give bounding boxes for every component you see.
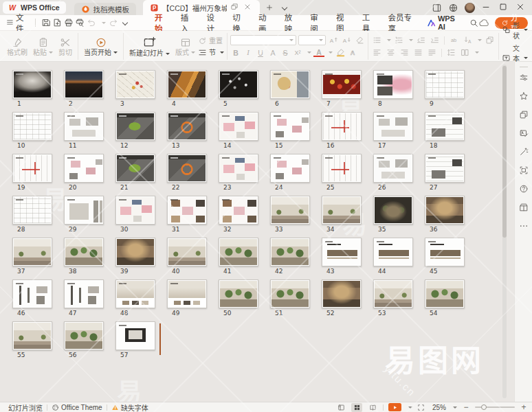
slide-image[interactable] xyxy=(322,112,362,141)
slide-thumbnail[interactable]: 11 xyxy=(64,112,104,149)
slide-image[interactable] xyxy=(322,238,362,266)
slide-image[interactable] xyxy=(425,70,465,99)
slide-image[interactable] xyxy=(115,238,155,266)
tab-docer-template[interactable]: 找稻壳模板 xyxy=(74,3,137,15)
slide-image[interactable] xyxy=(167,70,207,99)
slide-thumbnail[interactable]: 22 xyxy=(167,154,207,191)
slide-thumbnail[interactable]: 49 xyxy=(167,279,207,317)
slide-image[interactable] xyxy=(270,196,310,225)
bullets-button[interactable] xyxy=(371,35,383,45)
wand-icon[interactable] xyxy=(518,146,530,158)
undo-button[interactable] xyxy=(85,17,96,29)
scrollbar-thumb[interactable] xyxy=(502,66,507,238)
slide-image[interactable] xyxy=(64,70,104,99)
slide-thumbnail[interactable]: 17 xyxy=(373,112,413,149)
slide-image[interactable] xyxy=(219,112,258,141)
slide-image[interactable] xyxy=(64,154,104,183)
slide-thumbnail[interactable]: 10 xyxy=(12,112,52,149)
zoom-in-button[interactable]: + xyxy=(520,404,528,411)
slide-image[interactable] xyxy=(12,112,52,141)
slide-image[interactable] xyxy=(373,112,413,141)
slide-image[interactable] xyxy=(167,196,207,225)
search-icon[interactable] xyxy=(469,19,478,27)
new-slide-button[interactable]: 新建幻灯片 xyxy=(126,36,173,57)
slide-thumbnail[interactable]: 25 xyxy=(322,154,362,191)
slide-thumbnail[interactable]: 2 xyxy=(64,70,104,107)
print-button[interactable] xyxy=(63,17,74,29)
slide-image[interactable] xyxy=(270,112,310,141)
quickbar-more-button[interactable] xyxy=(120,17,131,29)
zoom-caret[interactable] xyxy=(453,407,457,409)
slide-image[interactable] xyxy=(219,154,258,183)
font-color-button[interactable]: A xyxy=(313,48,324,57)
theme-button[interactable]: Office Theme xyxy=(47,404,107,411)
phonetic-guide-button[interactable]: ab xyxy=(448,35,460,45)
slide-image[interactable] xyxy=(322,279,362,308)
slide-thumbnail[interactable]: 24 xyxy=(270,154,310,191)
zoom-out-button[interactable]: − xyxy=(462,404,470,411)
slide-image[interactable] xyxy=(64,196,104,225)
slide-thumbnail[interactable]: 19 xyxy=(12,154,52,191)
slide-thumbnail[interactable]: 7 xyxy=(322,70,362,107)
align-right-button[interactable] xyxy=(399,47,410,58)
slide-thumbnail[interactable]: 12 xyxy=(115,112,155,149)
cloud-sync-icon[interactable] xyxy=(478,17,489,29)
decrease-font-size-button[interactable]: A xyxy=(341,35,352,45)
slide-thumbnail[interactable]: 14 xyxy=(219,112,258,149)
slide-thumbnail[interactable]: 32 xyxy=(219,196,258,233)
fit-to-window-button[interactable] xyxy=(417,404,425,411)
slide-image[interactable] xyxy=(270,279,310,308)
slide-image[interactable] xyxy=(373,279,413,308)
slide-thumbnail[interactable]: 52 xyxy=(322,279,362,317)
line-spacing-button[interactable] xyxy=(445,47,457,58)
slide-thumbnail[interactable]: 54 xyxy=(425,279,465,317)
slideshow-play-button[interactable] xyxy=(388,403,401,411)
font-family-select[interactable] xyxy=(230,35,296,45)
section-button[interactable]: 节 xyxy=(198,48,224,57)
align-left-button[interactable] xyxy=(371,47,383,58)
reset-button[interactable]: 重置 xyxy=(198,36,224,45)
slide-image[interactable] xyxy=(270,70,310,99)
globe-icon[interactable] xyxy=(448,3,458,13)
distribute-button[interactable] xyxy=(426,47,438,58)
numbering-button[interactable] xyxy=(393,35,405,45)
slide-thumbnail[interactable]: 56 xyxy=(64,321,104,358)
slide-thumbnail[interactable]: 29 xyxy=(64,196,104,233)
zoom-slider-knob[interactable] xyxy=(481,404,487,410)
slide-thumbnail[interactable]: 40 xyxy=(167,238,207,275)
slide-image[interactable] xyxy=(425,279,465,308)
layout-button[interactable]: 版式 xyxy=(173,37,198,56)
slide-thumbnail[interactable]: 50 xyxy=(219,279,258,317)
columns-button[interactable] xyxy=(459,47,471,58)
play-from-current-button[interactable]: 当页开始 xyxy=(81,37,120,56)
font-style-button[interactable]: B xyxy=(230,47,241,58)
slide-thumbnail[interactable]: 23 xyxy=(219,154,258,191)
slide-thumbnail[interactable]: 8 xyxy=(373,70,413,107)
shapes-button[interactable]: 形状 xyxy=(502,20,528,41)
slide-image[interactable] xyxy=(425,238,465,266)
slide-thumbnail[interactable]: 37 xyxy=(12,238,52,275)
text-direction-button[interactable]: A xyxy=(462,35,474,45)
justify-button[interactable] xyxy=(412,47,424,58)
slide-thumbnail[interactable]: 55 xyxy=(12,321,52,358)
print-preview-button[interactable] xyxy=(74,17,85,29)
slide-image[interactable] xyxy=(64,238,104,266)
slide-image[interactable] xyxy=(270,238,310,266)
slide-thumbnail[interactable]: 34 xyxy=(322,196,362,233)
slide-image[interactable] xyxy=(12,70,52,99)
slide-thumbnail[interactable]: 47 xyxy=(64,279,104,317)
slide-image[interactable] xyxy=(115,279,155,308)
decrease-indent-button[interactable] xyxy=(415,35,427,45)
slide-thumbnail[interactable]: 13 xyxy=(167,112,207,149)
slide-thumbnail[interactable]: 18 xyxy=(425,112,465,149)
export-button[interactable] xyxy=(52,17,63,29)
slide-image[interactable] xyxy=(167,154,207,183)
slide-thumbnail[interactable]: 38 xyxy=(64,238,104,275)
slide-image[interactable] xyxy=(12,196,52,225)
slide-thumbnail[interactable]: 3 xyxy=(115,70,155,107)
slide-image[interactable] xyxy=(425,196,465,225)
slide-image[interactable] xyxy=(12,279,52,308)
slide-image[interactable] xyxy=(12,321,52,350)
zoom-slider[interactable] xyxy=(475,407,515,408)
slide-image[interactable] xyxy=(322,70,362,99)
